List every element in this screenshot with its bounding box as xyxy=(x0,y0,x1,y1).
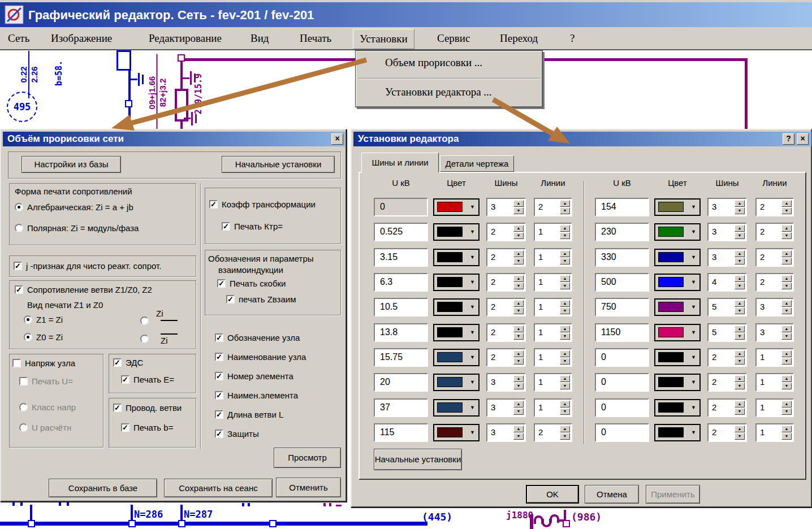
dropdown-arrow-icon[interactable]: ▼ xyxy=(691,354,696,360)
menu-item-6[interactable]: Установки xyxy=(353,29,414,49)
checkbox-icon[interactable]: ✓ xyxy=(121,375,129,384)
spin-down-icon[interactable]: ▼ xyxy=(735,307,745,314)
display-checkbox-2[interactable]: ✓Наименование узла xyxy=(215,352,306,362)
spin-down-icon[interactable]: ▼ xyxy=(513,333,524,340)
spin-up-icon[interactable]: ▲ xyxy=(560,426,570,432)
spin-up-icon[interactable]: ▲ xyxy=(560,350,570,357)
spin-down-icon[interactable]: ▼ xyxy=(560,232,570,239)
spin-up-icon[interactable]: ▲ xyxy=(735,275,745,282)
line-width-spinner-left-9[interactable]: 1▲▼ xyxy=(534,398,572,417)
j-flag-checkbox[interactable]: ✓ j -признак для чисто реакт. сопрот. xyxy=(14,261,161,271)
dropdown-arrow-icon[interactable]: ▼ xyxy=(691,379,696,385)
color-select-right-6[interactable]: ▼ xyxy=(654,324,701,341)
spin-up-icon[interactable]: ▲ xyxy=(735,375,745,382)
voltage-input-right-7[interactable]: 0 xyxy=(595,348,649,367)
bus-width-spinner-left-10[interactable]: 3▲▼ xyxy=(486,423,526,442)
branch-resistance-checkbox[interactable]: ✓ Сопротивление ветви Z1/Z0, Z2 xyxy=(15,285,152,294)
checkbox-icon[interactable]: ✓ xyxy=(222,222,230,231)
spin-up-icon[interactable]: ▲ xyxy=(781,200,792,207)
dropdown-arrow-icon[interactable]: ▼ xyxy=(470,354,475,360)
menu-item-5[interactable]: Печать xyxy=(300,32,331,45)
initial-settings-button[interactable]: Начальные установки xyxy=(222,156,335,173)
spin-up-icon[interactable]: ▲ xyxy=(735,426,745,432)
spin-up-icon[interactable]: ▲ xyxy=(781,275,792,282)
spin-up-icon[interactable]: ▲ xyxy=(735,350,745,357)
spin-up-icon[interactable]: ▲ xyxy=(560,375,570,382)
spin-down-icon[interactable]: ▼ xyxy=(781,358,792,365)
dropdown-arrow-icon[interactable]: ▼ xyxy=(470,279,475,285)
spin-down-icon[interactable]: ▼ xyxy=(513,433,524,440)
spin-down-icon[interactable]: ▼ xyxy=(513,408,524,415)
spin-down-icon[interactable]: ▼ xyxy=(513,383,524,389)
tab-buses-and-lines[interactable]: Шины и линии xyxy=(361,153,439,173)
spin-up-icon[interactable]: ▲ xyxy=(513,401,524,407)
color-select-left-5[interactable]: ▼ xyxy=(433,298,480,316)
line-over-zi-radio[interactable] xyxy=(140,335,149,343)
display-checkbox-4[interactable]: ✓Наимен.элемента xyxy=(215,391,298,400)
spin-up-icon[interactable]: ▲ xyxy=(735,300,745,307)
menu-item-7[interactable]: Сервис xyxy=(437,32,470,45)
color-select-right-8[interactable]: ▼ xyxy=(654,374,701,391)
line-width-spinner-right-8[interactable]: 1▲▼ xyxy=(755,373,794,392)
spin-down-icon[interactable]: ▼ xyxy=(513,232,524,239)
bus-width-spinner-right-1[interactable]: 3▲▼ xyxy=(707,198,747,216)
spin-down-icon[interactable]: ▼ xyxy=(735,333,745,340)
voltage-input-left-7[interactable]: 15.75 xyxy=(374,348,428,367)
color-select-right-5[interactable]: ▼ xyxy=(654,298,701,316)
checkbox-icon[interactable]: ✓ xyxy=(215,410,223,419)
line-width-spinner-right-7[interactable]: 1▲▼ xyxy=(755,348,794,367)
color-select-left-9[interactable]: ▼ xyxy=(433,399,480,417)
spin-down-icon[interactable]: ▼ xyxy=(560,358,570,365)
preview-button[interactable]: Просмотр xyxy=(274,448,341,468)
color-select-right-2[interactable]: ▼ xyxy=(654,223,701,241)
spin-down-icon[interactable]: ▼ xyxy=(735,283,745,289)
spin-down-icon[interactable]: ▼ xyxy=(560,207,570,214)
line-width-spinner-right-10[interactable]: 1▲▼ xyxy=(755,423,794,442)
color-select-right-1[interactable]: ▼ xyxy=(654,198,701,216)
voltage-input-right-2[interactable]: 230 xyxy=(595,223,649,241)
color-select-right-7[interactable]: ▼ xyxy=(654,349,701,366)
checkbox-icon[interactable]: ✓ xyxy=(217,279,226,288)
radio-icon[interactable] xyxy=(24,315,32,324)
line-width-spinner-right-5[interactable]: 3▲▼ xyxy=(755,298,794,316)
editor-dialog-titlebar[interactable]: Установки редактора xyxy=(353,132,811,146)
bus-width-spinner-right-7[interactable]: 2▲▼ xyxy=(707,348,747,367)
checkbox-icon[interactable]: ✓ xyxy=(215,353,223,361)
bus-width-spinner-left-4[interactable]: 2▲▼ xyxy=(486,273,526,292)
checkbox-icon[interactable]: ✓ xyxy=(12,359,21,367)
line-width-spinner-right-9[interactable]: 1▲▼ xyxy=(755,398,794,417)
spin-up-icon[interactable]: ▲ xyxy=(513,200,524,207)
settings-from-base-button[interactable]: Настройки из базы xyxy=(21,156,121,173)
radio-icon[interactable] xyxy=(24,333,32,341)
spin-up-icon[interactable]: ▲ xyxy=(781,250,792,257)
line-width-spinner-left-8[interactable]: 1▲▼ xyxy=(534,373,572,392)
z1-radio[interactable]: Z1 = Zi xyxy=(24,315,63,324)
line-width-spinner-left-5[interactable]: 1▲▼ xyxy=(534,298,572,316)
spin-down-icon[interactable]: ▼ xyxy=(735,232,745,239)
display-checkbox-5[interactable]: ✓Длина ветви L xyxy=(215,410,283,419)
spin-up-icon[interactable]: ▲ xyxy=(735,326,745,332)
line-width-spinner-left-6[interactable]: 1▲▼ xyxy=(534,323,572,342)
voltage-input-right-6[interactable]: 1150 xyxy=(595,323,649,342)
dropdown-arrow-icon[interactable]: ▼ xyxy=(691,254,696,260)
cancel-button[interactable]: Отменить xyxy=(276,478,341,497)
ok-button[interactable]: OK xyxy=(526,485,579,504)
dropdown-arrow-icon[interactable]: ▼ xyxy=(470,329,475,335)
spin-down-icon[interactable]: ▼ xyxy=(781,207,792,214)
spin-down-icon[interactable]: ▼ xyxy=(560,307,570,314)
spin-down-icon[interactable]: ▼ xyxy=(781,283,792,289)
checkbox-icon[interactable]: ✓ xyxy=(226,295,235,303)
spin-down-icon[interactable]: ▼ xyxy=(560,333,570,340)
bus-width-spinner-right-9[interactable]: 2▲▼ xyxy=(707,398,747,417)
spin-down-icon[interactable]: ▼ xyxy=(560,408,570,415)
spin-down-icon[interactable]: ▼ xyxy=(513,207,524,214)
menu-item-2[interactable]: Изображение xyxy=(51,32,112,45)
spin-up-icon[interactable]: ▲ xyxy=(560,225,570,232)
voltage-input-right-8[interactable]: 0 xyxy=(595,373,649,392)
voltage-input-left-2[interactable]: 0.525 xyxy=(374,223,428,241)
color-select-right-9[interactable]: ▼ xyxy=(654,399,701,417)
voltage-input-left-8[interactable]: 20 xyxy=(374,373,428,392)
dropdown-arrow-icon[interactable]: ▼ xyxy=(470,304,475,310)
algebraic-radio[interactable]: Алгебраическая: Zi = a + jb xyxy=(15,202,133,212)
checkbox-icon[interactable]: ✓ xyxy=(215,333,223,342)
